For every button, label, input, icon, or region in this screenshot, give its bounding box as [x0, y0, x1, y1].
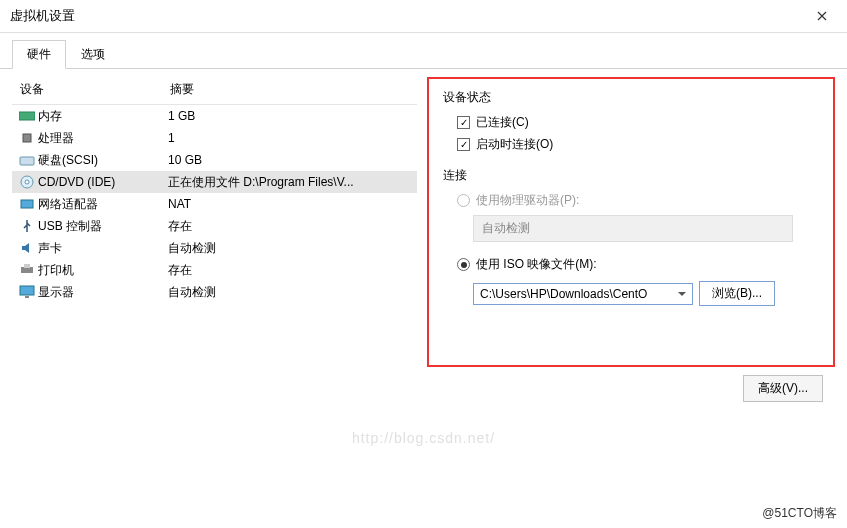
iso-file-radio[interactable]	[457, 258, 470, 271]
table-row[interactable]: 显示器 自动检测	[12, 281, 417, 303]
printer-icon	[18, 262, 36, 278]
table-row[interactable]: CD/DVD (IDE) 正在使用文件 D:\Program Files\V..…	[12, 171, 417, 193]
svg-point-4	[25, 180, 29, 184]
cpu-icon	[18, 130, 36, 146]
tab-options[interactable]: 选项	[66, 40, 120, 69]
svg-rect-1	[23, 134, 31, 142]
connect-at-power-label: 启动时连接(O)	[476, 136, 553, 153]
network-icon	[18, 196, 36, 212]
physical-drive-select: 自动检测	[473, 215, 793, 242]
iso-file-label: 使用 ISO 映像文件(M):	[476, 256, 597, 273]
iso-path-input[interactable]: C:\Users\HP\Downloads\CentO	[473, 283, 693, 305]
table-row[interactable]: 网络适配器 NAT	[12, 193, 417, 215]
watermark-text: http://blog.csdn.net/	[352, 430, 495, 446]
device-status-title: 设备状态	[443, 89, 819, 106]
footer-attribution: @51CTO博客	[762, 505, 837, 522]
svg-rect-8	[20, 286, 34, 295]
browse-button[interactable]: 浏览(B)...	[699, 281, 775, 306]
svg-rect-9	[25, 296, 29, 298]
table-row[interactable]: 处理器 1	[12, 127, 417, 149]
advanced-button[interactable]: 高级(V)...	[743, 375, 823, 402]
connect-at-power-checkbox[interactable]	[457, 138, 470, 151]
table-row[interactable]: 声卡 自动检测	[12, 237, 417, 259]
column-device: 设备	[20, 81, 170, 98]
table-row[interactable]: 打印机 存在	[12, 259, 417, 281]
usb-icon	[18, 218, 36, 234]
close-icon	[817, 11, 827, 21]
connected-checkbox[interactable]	[457, 116, 470, 129]
window-title: 虚拟机设置	[10, 7, 75, 25]
physical-drive-radio[interactable]	[457, 194, 470, 207]
column-summary: 摘要	[170, 81, 417, 98]
sound-icon	[18, 240, 36, 256]
table-row[interactable]: 硬盘(SCSI) 10 GB	[12, 149, 417, 171]
svg-rect-7	[24, 264, 30, 268]
table-row[interactable]: USB 控制器 存在	[12, 215, 417, 237]
close-button[interactable]	[807, 6, 837, 26]
physical-drive-label: 使用物理驱动器(P):	[476, 192, 579, 209]
svg-rect-5	[21, 200, 33, 208]
cd-icon	[18, 174, 36, 190]
memory-icon	[18, 108, 36, 124]
disk-icon	[18, 152, 36, 168]
connection-title: 连接	[443, 167, 819, 184]
tab-hardware[interactable]: 硬件	[12, 40, 66, 69]
device-list-panel: 设备 摘要 内存 1 GB 处理器 1 硬盘(SCSI) 10 GB CD/DV…	[12, 77, 417, 367]
table-row[interactable]: 内存 1 GB	[12, 105, 417, 127]
display-icon	[18, 284, 36, 300]
svg-rect-2	[20, 157, 34, 165]
settings-panel: 设备状态 已连接(C) 启动时连接(O) 连接 使用物理驱动器(P): 自动检测…	[427, 77, 835, 367]
svg-rect-0	[19, 112, 35, 120]
connected-label: 已连接(C)	[476, 114, 529, 131]
